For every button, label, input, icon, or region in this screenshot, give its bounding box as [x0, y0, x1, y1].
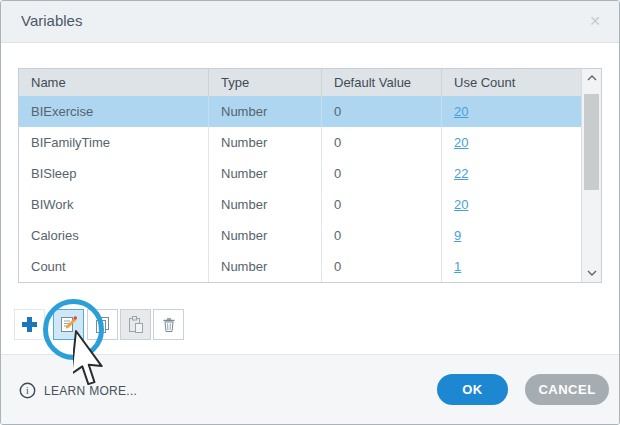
- edit-pencil-icon: [59, 315, 78, 334]
- scroll-up-button[interactable]: [582, 69, 601, 87]
- dialog-footer: i LEARN MORE... OK CANCEL: [1, 354, 619, 424]
- cell-default-value: 0: [322, 189, 442, 220]
- edit-variable-button[interactable]: [53, 309, 84, 340]
- column-header-type[interactable]: Type: [209, 69, 322, 96]
- variables-dialog: Variables ✕ Name Type Default Value Use …: [0, 0, 620, 425]
- cell-type: Number: [209, 158, 322, 189]
- column-header-default-value[interactable]: Default Value: [322, 69, 442, 96]
- copy-variable-button[interactable]: [87, 309, 118, 340]
- cell-type: Number: [209, 96, 322, 127]
- variables-table: Name Type Default Value Use Count BIExer…: [18, 68, 602, 283]
- use-count-link[interactable]: 20: [454, 104, 468, 119]
- close-icon: ✕: [589, 13, 601, 29]
- cell-default-value: 0: [322, 251, 442, 282]
- cell-type: Number: [209, 220, 322, 251]
- column-header-use-count[interactable]: Use Count: [442, 69, 581, 96]
- cell-name: Count: [19, 251, 209, 282]
- use-count-link[interactable]: 20: [454, 135, 468, 150]
- column-header-name[interactable]: Name: [19, 69, 209, 96]
- plus-icon: [21, 316, 38, 333]
- table-row[interactable]: BIExercise Number 0 20: [19, 96, 581, 127]
- trash-icon: [160, 315, 178, 334]
- use-count-link[interactable]: 20: [454, 197, 468, 212]
- table-body: Name Type Default Value Use Count BIExer…: [19, 69, 581, 282]
- scrollbar-thumb[interactable]: [584, 94, 599, 190]
- table-scrollbar[interactable]: [581, 69, 601, 282]
- cell-default-value: 0: [322, 96, 442, 127]
- chevron-down-icon: [587, 270, 597, 276]
- dialog-titlebar: Variables ✕: [1, 1, 619, 43]
- use-count-link[interactable]: 9: [454, 228, 461, 243]
- cancel-button[interactable]: CANCEL: [525, 374, 609, 405]
- close-button[interactable]: ✕: [585, 11, 605, 31]
- table-header-row: Name Type Default Value Use Count: [19, 69, 581, 96]
- cell-default-value: 0: [322, 220, 442, 251]
- table-row[interactable]: Count Number 0 1: [19, 251, 581, 282]
- use-count-link[interactable]: 22: [454, 166, 468, 181]
- cell-default-value: 0: [322, 158, 442, 189]
- svg-text:i: i: [26, 385, 29, 396]
- delete-variable-button[interactable]: [153, 309, 184, 340]
- paste-icon: [126, 315, 145, 334]
- paste-variable-button[interactable]: [120, 309, 151, 340]
- cell-default-value: 0: [322, 127, 442, 158]
- table-row[interactable]: Calories Number 0 9: [19, 220, 581, 251]
- add-variable-button[interactable]: [14, 309, 45, 340]
- cell-name: Calories: [19, 220, 209, 251]
- table-row[interactable]: BISleep Number 0 22: [19, 158, 581, 189]
- ok-button[interactable]: OK: [437, 374, 508, 405]
- cell-name: BIExercise: [19, 96, 209, 127]
- learn-more-label: LEARN MORE...: [44, 384, 137, 398]
- cell-type: Number: [209, 127, 322, 158]
- copy-icon: [93, 315, 112, 334]
- table-row[interactable]: BIFamilyTime Number 0 20: [19, 127, 581, 158]
- chevron-up-icon: [587, 75, 597, 81]
- table-row[interactable]: BIWork Number 0 20: [19, 189, 581, 220]
- cell-name: BISleep: [19, 158, 209, 189]
- cell-type: Number: [209, 251, 322, 282]
- cell-name: BIWork: [19, 189, 209, 220]
- scroll-down-button[interactable]: [582, 264, 601, 282]
- learn-more-link[interactable]: i LEARN MORE...: [19, 382, 137, 399]
- info-circle-icon: i: [19, 382, 36, 399]
- cell-type: Number: [209, 189, 322, 220]
- use-count-link[interactable]: 1: [454, 259, 461, 274]
- dialog-title: Variables: [21, 12, 82, 29]
- cell-name: BIFamilyTime: [19, 127, 209, 158]
